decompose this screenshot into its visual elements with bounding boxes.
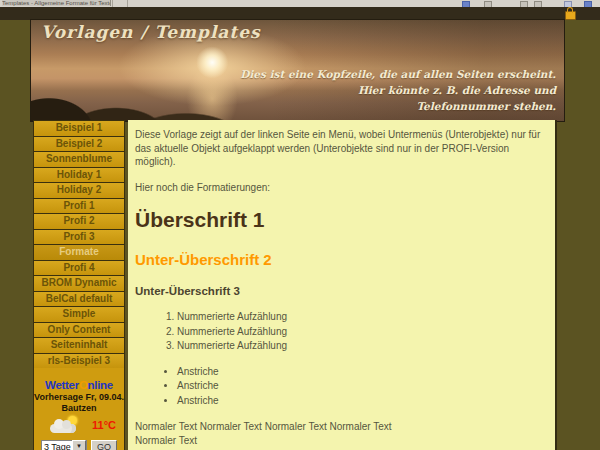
- dune-grass-silhouette: [31, 73, 231, 121]
- sidebar-item-sonnenblume[interactable]: Sonnenblume: [34, 152, 124, 168]
- tagline-line: Hier könnte z. B. die Adresse und: [240, 83, 556, 99]
- normal-text-line-2: Normaler Text: [135, 434, 545, 448]
- weather-condition-row: 11°C: [34, 415, 124, 437]
- sidebar-item-simple[interactable]: Simple: [34, 307, 124, 323]
- cloud-sun-icon: [50, 417, 80, 433]
- header-tagline: Dies ist eine Kopfzeile, die auf allen S…: [240, 67, 556, 114]
- forecast-date-label: Vorhersage Fr, 09.04.: [34, 392, 124, 402]
- sidebar-item-profi-1[interactable]: Profi 1: [34, 199, 124, 215]
- numbered-list-item: Nummerierte Aufzählung: [177, 310, 545, 325]
- sidebar-item-seiteninhalt[interactable]: Seiteninhalt: [34, 338, 124, 354]
- logo-text-nline: nline: [88, 379, 113, 391]
- formats-line: Hier noch die Formatierungen:: [135, 181, 545, 195]
- bullet-list-item: Anstriche: [177, 394, 545, 409]
- sidebar-item-formate[interactable]: Formate: [34, 245, 124, 261]
- logo-text-wetter: Wetter: [45, 379, 79, 391]
- sidebar-item-holiday-1[interactable]: Holiday 1: [34, 168, 124, 184]
- bullet-list-item: Anstriche: [177, 365, 545, 380]
- go-button[interactable]: GO: [91, 440, 117, 450]
- numbered-list: Nummerierte Aufzählung Nummerierte Aufzä…: [161, 310, 545, 354]
- sidebar-item-brom-dynamic[interactable]: BROM Dynamic: [34, 276, 124, 292]
- weather-controls: 3 Tage ▼ GO: [34, 440, 124, 450]
- numbered-list-item: Nummerierte Aufzählung: [177, 339, 545, 354]
- main-content: Diese Vorlage zeigt auf der linken Seite…: [128, 120, 557, 450]
- header-banner: Vorlagen / Templates Dies ist eine Kopfz…: [30, 19, 565, 122]
- sidebar-item-only-content[interactable]: Only Content: [34, 323, 124, 339]
- numbered-list-item: Nummerierte Aufzählung: [177, 325, 545, 340]
- sidebar-item-holiday-2[interactable]: Holiday 2: [34, 183, 124, 199]
- heading-1: Überschrift 1: [135, 208, 545, 232]
- toolbar-divider: [112, 0, 113, 7]
- toolbar-divider: [127, 0, 128, 7]
- forecast-range-select[interactable]: 3 Tage ▼: [41, 440, 87, 450]
- logo-letter-o: O: [79, 379, 88, 391]
- normal-text-line-1: Normaler Text Normaler Text Normaler Tex…: [135, 420, 545, 434]
- browser-window-title: Templates - Allgemeine Formate für Texte…: [2, 0, 111, 6]
- dropdown-arrow-icon[interactable]: ▼: [72, 440, 86, 450]
- sidebar-item-beispiel-2[interactable]: Beispiel 2: [34, 137, 124, 153]
- wetteronline-logo[interactable]: WetterOnline: [34, 379, 124, 391]
- heading-3: Unter-Überschrift 3: [135, 285, 545, 297]
- sidebar-item-rls-beispiel-3[interactable]: rls-Beispiel 3: [34, 354, 124, 370]
- bullet-list: Anstriche Anstriche Anstriche: [161, 365, 545, 409]
- sidebar-item-belcal-default[interactable]: BelCal default: [34, 292, 124, 308]
- forecast-city-label: Bautzen: [34, 403, 124, 413]
- intro-paragraph: Diese Vorlage zeigt auf der linken Seite…: [135, 128, 545, 169]
- sidebar-item-profi-4[interactable]: Profi 4: [34, 261, 124, 277]
- lock-icon[interactable]: [565, 11, 576, 20]
- page-title: Vorlagen / Templates: [41, 22, 261, 42]
- heading-2: Unter-Überschrift 2: [135, 251, 545, 268]
- bullet-list-item: Anstriche: [177, 379, 545, 394]
- cloud-icon: [50, 424, 76, 433]
- sidebar-menu: Beispiel 1 Beispiel 2 Sonnenblume Holida…: [33, 120, 125, 369]
- sidebar-item-profi-2[interactable]: Profi 2: [34, 214, 124, 230]
- tagline-line: Dies ist eine Kopfzeile, die auf allen S…: [240, 67, 556, 83]
- temperature-value: 11°C: [92, 419, 116, 431]
- weather-widget: WetterOnline Vorhersage Fr, 09.04. Bautz…: [33, 368, 125, 450]
- forecast-range-value: 3 Tage: [42, 442, 72, 450]
- tagline-line: Telefonnummer stehen.: [240, 99, 556, 115]
- sidebar-item-profi-3[interactable]: Profi 3: [34, 230, 124, 246]
- sidebar-item-beispiel-1[interactable]: Beispiel 1: [34, 121, 124, 137]
